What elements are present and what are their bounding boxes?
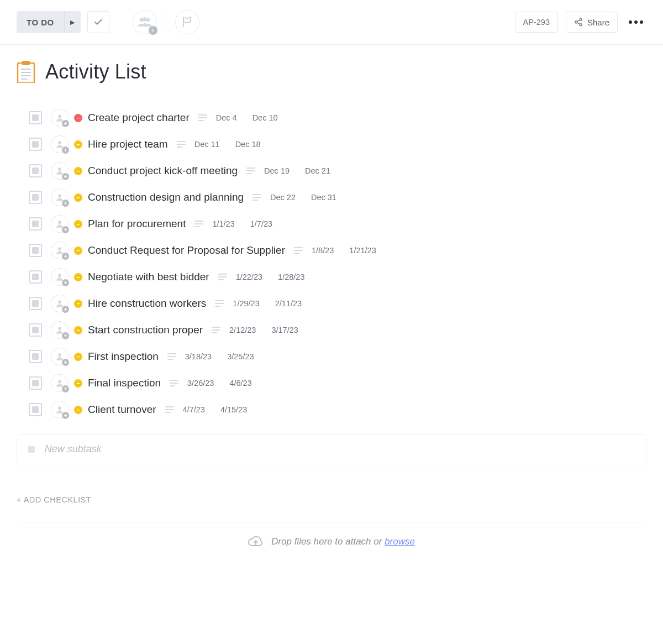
- priority-icon[interactable]: –: [74, 114, 82, 122]
- task-title[interactable]: Start construction proper: [88, 324, 203, 336]
- priority-icon[interactable]: –: [74, 220, 82, 228]
- task-checkbox[interactable]: [29, 323, 42, 337]
- task-row[interactable]: +–Plan for procurement1/1/231/7/23: [29, 211, 646, 237]
- description-icon[interactable]: [167, 353, 176, 360]
- task-end-date[interactable]: 3/25/23: [227, 352, 254, 361]
- description-icon[interactable]: [198, 114, 207, 121]
- task-checkbox[interactable]: [29, 403, 42, 416]
- complete-button[interactable]: [87, 11, 109, 33]
- assignee-avatar[interactable]: +: [51, 321, 69, 339]
- task-end-date[interactable]: 2/11/23: [275, 299, 302, 308]
- description-icon[interactable]: [218, 274, 227, 280]
- description-icon[interactable]: [165, 406, 174, 413]
- priority-icon[interactable]: –: [74, 193, 82, 202]
- add-checklist-button[interactable]: + ADD CHECKLIST: [17, 495, 646, 504]
- new-subtask-input[interactable]: [45, 443, 635, 455]
- priority-icon[interactable]: –: [74, 300, 82, 308]
- assignee-avatar[interactable]: +: [51, 348, 69, 365]
- description-icon[interactable]: [246, 167, 255, 174]
- more-menu-button[interactable]: [625, 20, 646, 24]
- priority-icon[interactable]: –: [74, 353, 82, 361]
- task-checkbox[interactable]: [29, 297, 42, 310]
- task-start-date[interactable]: 3/26/23: [187, 379, 214, 388]
- task-start-date[interactable]: 4/7/23: [183, 405, 205, 414]
- priority-flag-button[interactable]: [175, 10, 199, 34]
- task-row[interactable]: +–Create project charterDec 4Dec 10: [29, 104, 646, 131]
- task-start-date[interactable]: 1/22/23: [236, 273, 262, 281]
- task-checkbox[interactable]: [29, 244, 42, 257]
- task-id-chip[interactable]: AP-293: [515, 12, 558, 33]
- task-end-date[interactable]: Dec 21: [305, 166, 330, 175]
- assignee-avatar[interactable]: +: [51, 162, 69, 180]
- assignee-avatar[interactable]: +: [51, 268, 69, 286]
- task-end-date[interactable]: 4/15/23: [220, 405, 247, 414]
- task-start-date[interactable]: 1/8/23: [312, 246, 334, 255]
- assignee-avatar[interactable]: +: [51, 242, 69, 259]
- priority-icon[interactable]: –: [74, 406, 82, 414]
- add-assignee-button[interactable]: +: [133, 10, 157, 34]
- task-row[interactable]: +–Start construction proper2/12/233/17/2…: [29, 317, 646, 343]
- task-end-date[interactable]: 4/6/23: [229, 379, 251, 388]
- assignee-avatar[interactable]: +: [51, 109, 69, 127]
- task-title[interactable]: Negotiate with best bidder: [88, 271, 209, 283]
- task-end-date[interactable]: 3/17/23: [271, 326, 298, 334]
- task-checkbox[interactable]: [29, 217, 42, 231]
- priority-icon[interactable]: –: [74, 247, 82, 255]
- priority-icon[interactable]: –: [74, 140, 82, 149]
- priority-icon[interactable]: –: [74, 273, 82, 281]
- description-icon[interactable]: [170, 380, 178, 386]
- task-row[interactable]: +–Negotiate with best bidder1/22/231/28/…: [29, 264, 646, 290]
- task-title[interactable]: Conduct Request for Proposal for Supplie…: [88, 244, 285, 256]
- task-row[interactable]: +–Hire project teamDec 11Dec 18: [29, 131, 646, 158]
- task-title[interactable]: Hire project team: [88, 138, 168, 150]
- priority-icon[interactable]: –: [74, 326, 82, 334]
- task-start-date[interactable]: Dec 22: [270, 193, 296, 202]
- assignee-avatar[interactable]: +: [51, 401, 69, 418]
- task-start-date[interactable]: Dec 11: [194, 140, 220, 149]
- assignee-avatar[interactable]: +: [51, 374, 69, 392]
- share-button[interactable]: Share: [566, 12, 618, 33]
- description-icon[interactable]: [215, 300, 224, 307]
- task-checkbox[interactable]: [29, 164, 42, 177]
- task-start-date[interactable]: 2/12/23: [229, 326, 256, 334]
- drop-zone[interactable]: Drop files here to attach or browse: [17, 522, 646, 566]
- task-title[interactable]: Hire construction workers: [88, 297, 206, 310]
- new-subtask-row[interactable]: [17, 434, 646, 464]
- task-start-date[interactable]: Dec 19: [264, 166, 290, 175]
- task-checkbox[interactable]: [29, 350, 42, 363]
- task-checkbox[interactable]: [29, 191, 42, 204]
- task-end-date[interactable]: 1/28/23: [278, 273, 304, 281]
- task-start-date[interactable]: 1/1/23: [212, 219, 234, 228]
- task-row[interactable]: +–Construction design and planningDec 22…: [29, 184, 646, 211]
- task-title[interactable]: Plan for procurement: [88, 218, 186, 230]
- task-end-date[interactable]: Dec 31: [311, 193, 336, 202]
- assignee-avatar[interactable]: +: [51, 215, 69, 233]
- task-row[interactable]: +–Conduct project kick-off meetingDec 19…: [29, 158, 646, 184]
- browse-link[interactable]: browse: [385, 536, 415, 547]
- assignee-avatar[interactable]: +: [51, 135, 69, 153]
- task-row[interactable]: +–Client turnover4/7/234/15/23: [29, 396, 646, 423]
- task-checkbox[interactable]: [29, 270, 42, 284]
- status-chip[interactable]: TO DO ▶: [17, 11, 81, 33]
- task-title[interactable]: First inspection: [88, 350, 159, 363]
- task-checkbox[interactable]: [29, 138, 42, 151]
- description-icon[interactable]: [294, 247, 303, 254]
- page-title[interactable]: Activity List: [45, 60, 146, 83]
- priority-icon[interactable]: –: [74, 167, 82, 175]
- task-end-date[interactable]: Dec 18: [235, 140, 261, 149]
- task-end-date[interactable]: 1/7/23: [250, 219, 272, 228]
- task-checkbox[interactable]: [29, 111, 42, 124]
- task-checkbox[interactable]: [29, 376, 42, 390]
- task-title[interactable]: Create project charter: [88, 112, 190, 124]
- task-title[interactable]: Construction design and planning: [88, 191, 244, 203]
- chevron-right-icon[interactable]: ▶: [64, 11, 81, 33]
- task-row[interactable]: +–Conduct Request for Proposal for Suppl…: [29, 237, 646, 264]
- task-start-date[interactable]: Dec 4: [216, 113, 237, 122]
- task-start-date[interactable]: 3/18/23: [185, 352, 212, 361]
- task-title[interactable]: Conduct project kick-off meeting: [88, 165, 238, 177]
- assignee-avatar[interactable]: +: [51, 295, 69, 312]
- description-icon[interactable]: [194, 221, 203, 227]
- task-title[interactable]: Final inspection: [88, 377, 161, 389]
- priority-icon[interactable]: –: [74, 379, 82, 388]
- task-end-date[interactable]: Dec 10: [252, 113, 278, 122]
